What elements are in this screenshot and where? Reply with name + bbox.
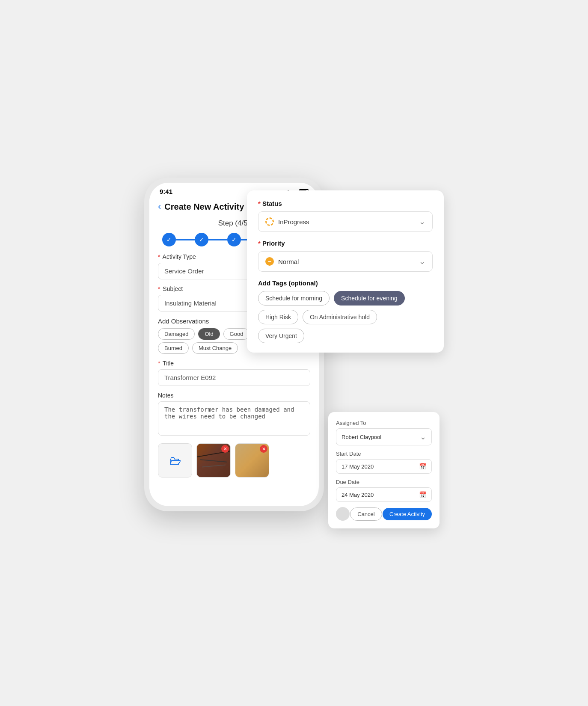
due-date-label: Due Date <box>336 479 432 485</box>
photos-row: 🗁 ✕ ✕ <box>158 443 310 478</box>
assign-card: Assigned To Robert Claypool ⌄ Start Date… <box>328 412 440 528</box>
step-line-2 <box>208 239 227 240</box>
tags-row-2: High Risk On Administrative hold <box>258 310 433 324</box>
delete-photo-1[interactable]: ✕ <box>221 445 229 453</box>
obs-good[interactable]: Good <box>223 328 250 340</box>
page-title: Create New Activity <box>164 202 244 212</box>
add-photo-icon: 🗁 <box>169 454 181 468</box>
notes-input[interactable]: The transformer has been damaged and the… <box>158 401 310 436</box>
back-button[interactable]: ‹ <box>158 201 161 212</box>
tag-admin-hold[interactable]: On Administrative hold <box>303 310 377 324</box>
tag-schedule-morning[interactable]: Schedule for morning <box>258 291 330 306</box>
tag-schedule-evening[interactable]: Schedule for evening <box>334 291 405 306</box>
due-date-group: Due Date 24 May 2020 📅 <box>336 479 432 502</box>
notes-label: Notes <box>158 392 310 399</box>
obs-must-change[interactable]: Must Change <box>192 342 238 354</box>
normal-dot-icon: − <box>265 257 274 266</box>
tags-label: Add Tags (optional) <box>258 279 433 287</box>
tags-row-1: Schedule for morning Schedule for evenin… <box>258 291 433 306</box>
delete-photo-2[interactable]: ✕ <box>260 445 267 453</box>
create-activity-button[interactable]: Create Activity <box>383 508 432 520</box>
tag-high-risk[interactable]: High Risk <box>258 310 298 324</box>
due-date-calendar-icon: 📅 <box>419 491 426 498</box>
notes-group: Notes The transformer has been damaged a… <box>158 392 310 437</box>
assign-footer: Cancel Create Activity <box>336 507 432 521</box>
status-section-label: * Status <box>258 200 433 207</box>
status-priority-card: * Status InProgress ⌄ * Priority − Norma… <box>247 190 444 353</box>
title-field[interactable]: Transformer E092 <box>158 369 310 386</box>
add-photo-button[interactable]: 🗁 <box>158 443 192 478</box>
priority-chevron-icon: ⌄ <box>419 257 425 266</box>
priority-dropdown[interactable]: − Normal ⌄ <box>258 251 433 272</box>
title-label: * Title <box>158 360 310 367</box>
tags-section: Add Tags (optional) Schedule for morning… <box>258 279 433 343</box>
cancel-button[interactable]: Cancel <box>350 507 382 521</box>
step-3: ✓ <box>227 233 241 246</box>
step-1: ✓ <box>162 233 176 246</box>
assigned-to-group: Assigned To Robert Claypool ⌄ <box>336 420 432 445</box>
avatar <box>336 507 350 521</box>
start-date-field[interactable]: 17 May 2020 📅 <box>336 459 432 474</box>
obs-burned[interactable]: Burned <box>158 342 189 354</box>
priority-group: * Priority − Normal ⌄ <box>258 240 433 272</box>
photo-1: ✕ <box>196 443 231 478</box>
start-date-group: Start Date 17 May 2020 📅 <box>336 451 432 474</box>
assign-chevron-icon: ⌄ <box>420 432 426 442</box>
status-chevron-icon: ⌄ <box>419 217 425 226</box>
assigned-to-label: Assigned To <box>336 420 432 426</box>
priority-section-label: * Priority <box>258 240 433 247</box>
obs-old[interactable]: Old <box>198 328 220 340</box>
start-date-label: Start Date <box>336 451 432 457</box>
status-dropdown[interactable]: InProgress ⌄ <box>258 211 433 232</box>
status-time: 9:41 <box>160 188 172 195</box>
tags-row-3: Very Urgent <box>258 329 433 343</box>
assigned-to-dropdown[interactable]: Robert Claypool ⌄ <box>336 428 432 445</box>
due-date-field[interactable]: 24 May 2020 📅 <box>336 487 432 502</box>
step-line-1 <box>176 239 195 240</box>
start-date-calendar-icon: 📅 <box>419 463 426 470</box>
status-group: * Status InProgress ⌄ <box>258 200 433 232</box>
obs-damaged[interactable]: Damaged <box>158 328 195 340</box>
title-group: * Title Transformer E092 <box>158 360 310 386</box>
photo-2: ✕ <box>235 443 269 478</box>
inprogress-dot-icon <box>265 217 274 226</box>
tag-very-urgent[interactable]: Very Urgent <box>258 329 304 343</box>
step-2: ✓ <box>195 233 208 246</box>
